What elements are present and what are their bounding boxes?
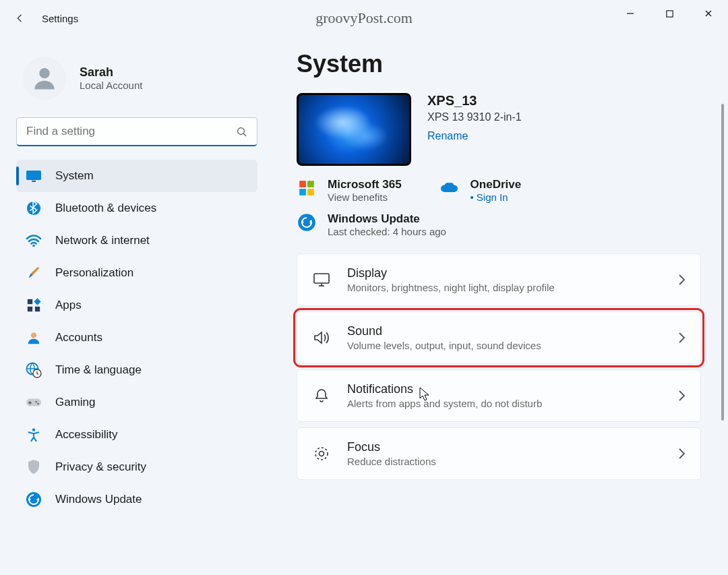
search-icon xyxy=(236,126,248,138)
update-title: Windows Update xyxy=(328,212,446,226)
scrollbar[interactable] xyxy=(721,104,724,568)
svg-point-10 xyxy=(32,245,35,247)
bell-icon xyxy=(312,388,331,404)
svg-point-5 xyxy=(238,127,245,134)
shield-icon xyxy=(26,459,42,475)
back-button[interactable] xyxy=(7,5,34,32)
svg-rect-13 xyxy=(28,307,32,311)
svg-rect-7 xyxy=(26,171,41,180)
windows-update-tile[interactable]: Windows Update Last checked: 4 hours ago xyxy=(297,212,446,237)
globe-clock-icon xyxy=(26,362,42,378)
svg-point-15 xyxy=(31,332,36,338)
onedrive-tile[interactable]: OneDrive •Sign In xyxy=(439,178,522,203)
window-controls xyxy=(611,0,728,27)
settings-cards: DisplayMonitors, brightness, night light… xyxy=(297,253,701,480)
card-title: Notifications xyxy=(347,382,661,396)
search-input[interactable] xyxy=(16,117,257,146)
update-sub: Last checked: 4 hours ago xyxy=(328,226,446,237)
person-icon xyxy=(26,330,42,346)
monitor-icon xyxy=(312,272,331,287)
user-name: Sarah xyxy=(80,65,142,80)
sidebar-item-system[interactable]: System xyxy=(16,160,257,192)
microsoft-logo-icon xyxy=(297,178,317,198)
app-title: Settings xyxy=(42,13,78,24)
svg-rect-11 xyxy=(28,299,32,304)
main: System XPS_13 XPS 13 9310 2-in-1 Rename … xyxy=(270,36,728,575)
sidebar-item-bluetooth-devices[interactable]: Bluetooth & devices xyxy=(16,192,257,224)
user-account-row[interactable]: Sarah Local Account xyxy=(16,50,257,117)
microsoft-365-tile[interactable]: Microsoft 365 View benefits xyxy=(297,178,402,203)
card-display[interactable]: DisplayMonitors, brightness, night light… xyxy=(297,253,701,306)
sidebar-item-apps[interactable]: Apps xyxy=(16,289,257,322)
sidebar-item-accessibility[interactable]: Accessibility xyxy=(16,419,257,451)
svg-rect-25 xyxy=(299,189,306,195)
update-icon xyxy=(26,491,42,508)
watermark: groovyPost.com xyxy=(315,9,413,27)
apps-icon xyxy=(26,297,42,313)
speaker-icon xyxy=(312,330,331,345)
chevron-right-icon xyxy=(677,390,686,402)
sidebar-item-windows-update[interactable]: Windows Update xyxy=(16,483,257,516)
sidebar-item-label: Accounts xyxy=(55,331,102,344)
scroll-thumb[interactable] xyxy=(721,104,724,421)
svg-rect-28 xyxy=(314,274,329,283)
sidebar-item-label: Privacy & security xyxy=(55,460,146,474)
accessibility-icon xyxy=(26,427,42,443)
avatar xyxy=(23,57,66,100)
sidebar-item-personalization[interactable]: Personalization xyxy=(16,257,257,289)
search-box[interactable] xyxy=(16,117,257,146)
device-name: XPS_13 xyxy=(427,93,522,109)
card-subtitle: Volume levels, output, input, sound devi… xyxy=(347,340,661,351)
onedrive-title: OneDrive xyxy=(471,178,522,191)
sidebar: Sarah Local Account SystemBluetooth & de… xyxy=(0,36,270,575)
svg-rect-23 xyxy=(299,181,306,187)
svg-point-32 xyxy=(320,452,324,456)
card-subtitle: Alerts from apps and system, do not dist… xyxy=(347,398,661,409)
sidebar-item-label: Bluetooth & devices xyxy=(55,202,156,215)
svg-rect-24 xyxy=(307,181,314,187)
svg-rect-1 xyxy=(666,10,672,16)
titlebar: Settings groovyPost.com xyxy=(0,0,728,36)
device-summary: XPS_13 XPS 13 9310 2-in-1 Rename xyxy=(297,93,701,166)
page-title: System xyxy=(297,50,701,78)
sidebar-item-privacy-security[interactable]: Privacy & security xyxy=(16,451,257,483)
card-sound[interactable]: SoundVolume levels, output, input, sound… xyxy=(297,311,701,364)
display-icon xyxy=(26,168,42,184)
svg-point-21 xyxy=(32,428,35,431)
update-icon xyxy=(297,212,317,233)
minimize-button[interactable] xyxy=(611,0,650,27)
svg-line-6 xyxy=(243,133,246,136)
svg-point-27 xyxy=(298,214,315,231)
chevron-right-icon xyxy=(677,332,686,344)
card-focus[interactable]: FocusReduce distractions xyxy=(297,427,701,480)
card-title: Focus xyxy=(347,440,661,454)
sidebar-item-label: Apps xyxy=(55,299,82,312)
sidebar-item-accounts[interactable]: Accounts xyxy=(16,322,257,354)
sidebar-item-label: Personalization xyxy=(55,266,133,280)
onedrive-icon xyxy=(439,178,460,198)
focus-icon xyxy=(312,445,331,462)
svg-point-20 xyxy=(37,403,38,404)
sidebar-item-label: Windows Update xyxy=(55,493,142,506)
svg-rect-8 xyxy=(32,181,36,182)
onedrive-sub: •Sign In xyxy=(471,191,522,203)
brush-icon xyxy=(26,265,42,281)
user-account-type: Local Account xyxy=(80,80,142,91)
nav-list: SystemBluetooth & devicesNetwork & inter… xyxy=(16,160,257,516)
gamepad-icon xyxy=(26,394,42,411)
chevron-right-icon xyxy=(677,448,686,460)
device-model: XPS 13 9310 2-in-1 xyxy=(427,111,522,123)
card-notifications[interactable]: NotificationsAlerts from apps and system… xyxy=(297,369,701,422)
rename-link[interactable]: Rename xyxy=(427,130,468,142)
m365-title: Microsoft 365 xyxy=(328,178,402,191)
card-subtitle: Monitors, brightness, night light, displ… xyxy=(347,282,661,293)
sidebar-item-label: Network & internet xyxy=(55,234,150,247)
sidebar-item-gaming[interactable]: Gaming xyxy=(16,386,257,419)
chevron-right-icon xyxy=(677,274,686,286)
sidebar-item-network-internet[interactable]: Network & internet xyxy=(16,224,257,257)
sidebar-item-time-language[interactable]: Time & language xyxy=(16,354,257,386)
services-row-2: Windows Update Last checked: 4 hours ago xyxy=(297,212,701,237)
close-button[interactable] xyxy=(689,0,728,27)
maximize-button[interactable] xyxy=(650,0,689,27)
device-wallpaper-thumb xyxy=(297,93,411,166)
